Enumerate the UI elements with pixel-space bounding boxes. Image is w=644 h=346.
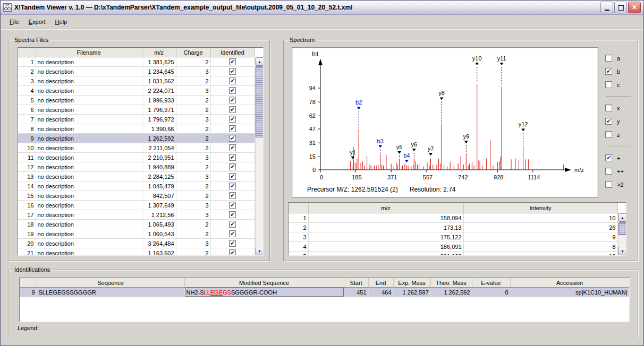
spectra-column-header[interactable]: Identified <box>210 48 255 57</box>
spectra-row-18[interactable]: 18no description1 065,4932✔ <box>18 220 255 229</box>
ident-column-header[interactable]: Start <box>344 278 368 288</box>
spectra-row-8[interactable]: 8no description1 390,662✔ <box>18 124 255 134</box>
peak-row-1[interactable]: 1158,09410 <box>289 213 617 223</box>
cell-mz: 1 045,479 <box>142 181 176 191</box>
identified-checkbox[interactable]: ✔ <box>229 230 236 237</box>
identified-checkbox[interactable]: ✔ <box>229 192 236 199</box>
maximize-button[interactable] <box>614 2 627 13</box>
peak-row-5[interactable]: 5201,12312 <box>289 252 617 256</box>
ion-checkbox->2[interactable]: >2 <box>605 178 633 191</box>
spectra-row-14[interactable]: 14no description1 045,4792✔ <box>18 181 255 191</box>
spectra-column-header[interactable]: m/z <box>142 48 176 57</box>
close-button[interactable]: ✕ <box>628 2 641 13</box>
identified-checkbox[interactable]: ✔ <box>229 173 236 180</box>
scroll-up-button[interactable]: ▲ <box>618 213 626 222</box>
identified-checkbox[interactable]: ✔ <box>229 116 236 123</box>
spectra-row-3[interactable]: 3no description1 031,5622✔ <box>18 76 255 86</box>
ident-column-header[interactable]: E-value <box>472 278 510 288</box>
scroll-thumb[interactable] <box>256 66 264 137</box>
cell-filename: no description <box>36 105 142 115</box>
ion-checkbox-a[interactable]: a <box>605 51 633 65</box>
identified-checkbox[interactable]: ✔ <box>229 163 236 170</box>
spectrum-plot: Intm/z015314762789401853715577429281114y… <box>293 48 597 182</box>
spectra-row-9[interactable]: 9no description1 262,5922✔ <box>18 134 255 143</box>
menu-help[interactable]: Help <box>50 17 72 27</box>
peak-row-3[interactable]: 3175,1229 <box>289 232 617 242</box>
identification-row-9[interactable]: 9SLLEGEGSSGGGGRNH2-SLLEGEGSSGGGGR-COOH45… <box>20 288 629 297</box>
identified-checkbox[interactable]: ✔ <box>229 240 236 247</box>
ident-column-header[interactable]: Theo. Mass <box>430 278 472 288</box>
identified-checkbox[interactable]: ✔ <box>229 106 236 113</box>
identified-checkbox[interactable]: ✔ <box>229 125 236 132</box>
identified-checkbox[interactable]: ✔ <box>229 97 236 103</box>
spectra-column-header[interactable] <box>18 48 36 57</box>
spectra-row-16[interactable]: 16no description1 307,6493✔ <box>18 201 255 210</box>
spectra-row-4[interactable]: 4no description2 224,0713✔ <box>18 86 255 96</box>
spectra-row-1[interactable]: 1no description1 381,6252✔ <box>18 57 255 67</box>
identified-checkbox[interactable]: ✔ <box>229 154 236 161</box>
identified-checkbox[interactable]: ✔ <box>229 58 236 65</box>
peak-column-header[interactable] <box>289 203 308 213</box>
identified-checkbox[interactable]: ✔ <box>229 135 236 142</box>
ident-column-header[interactable]: End <box>368 278 393 288</box>
ion-checkbox-y[interactable]: ✔y <box>605 115 633 128</box>
scroll-down-button[interactable]: ▼ <box>256 247 264 255</box>
identified-checkbox[interactable]: ✔ <box>229 249 236 256</box>
spectra-row-2[interactable]: 2no description1 234,6453✔ <box>18 67 255 76</box>
spectra-row-5[interactable]: 5no description1 996,9332✔ <box>18 96 255 105</box>
spectra-row-11[interactable]: 11no description2 210,9513✔ <box>18 153 255 162</box>
identified-checkbox[interactable]: ✔ <box>229 68 236 75</box>
spectra-row-12[interactable]: 12no description1 940,8892✔ <box>18 162 255 172</box>
spectra-row-7[interactable]: 7no description1 796,9723✔ <box>18 115 255 124</box>
titlebar[interactable]: X!T X!Tandem Viewer v. 1.0 --- D:\xTande… <box>1 1 643 15</box>
ident-column-header[interactable]: Modified Sequence <box>184 278 344 288</box>
scroll-up-button[interactable]: ▲ <box>256 57 264 66</box>
ident-column-header[interactable]: Accession <box>510 278 629 288</box>
cell-charge: 3 <box>176 239 210 248</box>
spectra-row-19[interactable]: 19no description1 060,5432✔ <box>18 229 255 239</box>
cell-index: 11 <box>18 153 36 162</box>
minimize-button[interactable] <box>600 2 613 13</box>
peak-column-header[interactable]: m/z <box>308 203 463 213</box>
svg-text:742: 742 <box>458 174 468 180</box>
ion-checkbox-b[interactable]: ✔b <box>605 65 633 78</box>
identified-checkbox[interactable]: ✔ <box>229 183 236 189</box>
scroll-thumb[interactable] <box>618 222 626 235</box>
spectra-row-20[interactable]: 20no description3 264,4843✔ <box>18 239 255 248</box>
spectra-row-21[interactable]: 21no description1 163,6022✔ <box>18 248 255 256</box>
spectra-row-6[interactable]: 6no description1 796,9712✔ <box>18 105 255 115</box>
ion-checkbox-z[interactable]: z <box>605 128 633 141</box>
identified-checkbox[interactable]: ✔ <box>229 144 236 151</box>
spectra-column-header[interactable]: Charge <box>176 48 210 57</box>
ion-checkbox-++[interactable]: ++ <box>605 165 633 178</box>
ion-checkbox-c[interactable]: c <box>605 78 633 91</box>
cell-mz: 1 163,602 <box>142 248 176 256</box>
cell-filename: no description <box>36 162 142 172</box>
identified-checkbox[interactable]: ✔ <box>229 87 236 94</box>
ident-column-header[interactable]: Exp. Mass <box>393 278 430 288</box>
spectra-row-13[interactable]: 13no description2 284,1253✔ <box>18 172 255 181</box>
identified-checkbox[interactable]: ✔ <box>229 77 236 84</box>
spectra-scrollbar[interactable]: ▲ ▼ <box>255 57 264 255</box>
spectra-row-17[interactable]: 17no description1 212,563✔ <box>18 210 255 220</box>
menu-file[interactable]: File <box>5 17 24 27</box>
peak-list-scrollbar[interactable]: ▲ ▼ <box>618 213 626 255</box>
scroll-down-button[interactable]: ▼ <box>618 247 626 255</box>
identified-checkbox[interactable]: ✔ <box>229 202 236 209</box>
ion-checkbox-+[interactable]: ✔+ <box>605 151 633 165</box>
peak-row-2[interactable]: 2173,1326 <box>289 223 617 232</box>
identified-checkbox[interactable]: ✔ <box>229 211 236 218</box>
ident-column-header[interactable]: Sequence <box>37 278 184 288</box>
cell-filename: no description <box>36 229 142 239</box>
identified-checkbox[interactable]: ✔ <box>229 221 236 228</box>
spectra-row-10[interactable]: 10no description2 211,0542✔ <box>18 143 255 153</box>
peak-column-header[interactable]: Intensity <box>463 203 617 213</box>
peak-row-4[interactable]: 4186,0918 <box>289 242 617 252</box>
svg-text:15: 15 <box>309 153 316 160</box>
ident-column-header[interactable] <box>20 278 37 288</box>
menu-export[interactable]: Export <box>24 17 50 27</box>
spectra-row-15[interactable]: 15no description842,5072✔ <box>18 191 255 201</box>
spectra-column-header[interactable]: Filename <box>36 48 142 57</box>
ion-checkbox-x[interactable]: x <box>605 101 633 115</box>
cell-filename: no description <box>36 210 142 220</box>
